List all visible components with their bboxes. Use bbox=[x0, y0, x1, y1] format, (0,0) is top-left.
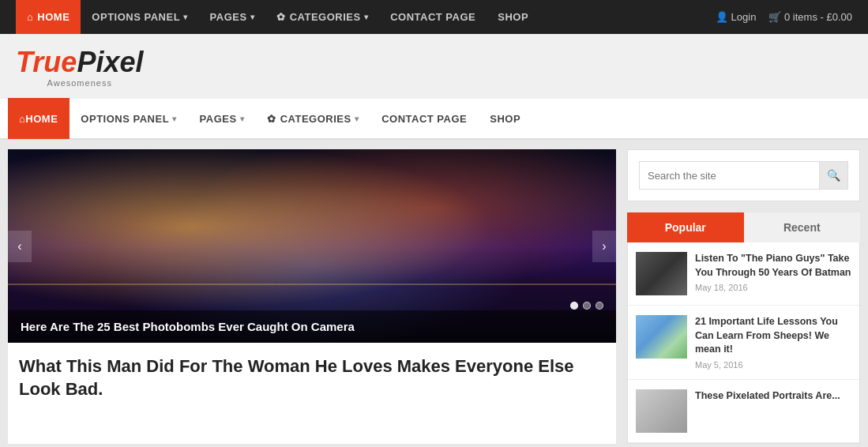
logo-area: TruePixel Awesomeness bbox=[0, 34, 868, 99]
main-nav-shop[interactable]: SHOP bbox=[479, 98, 532, 139]
home-icon: ⌂ bbox=[27, 11, 33, 23]
cart-link[interactable]: 🛒 0 items - £0.00 bbox=[768, 11, 852, 23]
slider-dot[interactable] bbox=[570, 302, 578, 310]
article-title[interactable]: What This Man Did For The Woman He Loves… bbox=[19, 355, 605, 400]
top-navigation: ⌂ HOME OPTIONS PANEL ▾ PAGES ▾ ✿ CATEGOR… bbox=[0, 0, 868, 34]
article-thumbnail bbox=[636, 252, 687, 295]
list-item: 21 Important Life Lessons You Can Learn … bbox=[628, 306, 859, 380]
article-item-title[interactable]: These Pixelated Portraits Are... bbox=[695, 389, 851, 404]
slider-prev-button[interactable]: ‹ bbox=[8, 231, 32, 262]
top-nav-right: 👤 Login 🛒 0 items - £0.00 bbox=[716, 11, 852, 23]
list-item: These Pixelated Portraits Are... bbox=[628, 380, 859, 443]
login-label: Login bbox=[731, 11, 757, 23]
top-nav-categories[interactable]: ✿ CATEGORIES ▾ bbox=[265, 0, 379, 34]
article-info: 21 Important Life Lessons You Can Learn … bbox=[695, 315, 851, 370]
article-thumbnail bbox=[636, 315, 687, 359]
tab-popular[interactable]: Popular bbox=[627, 212, 744, 242]
article-date: May 18, 2016 bbox=[695, 283, 851, 292]
top-nav-contact[interactable]: CONTACT PAGE bbox=[379, 0, 487, 34]
main-nav-home[interactable]: ⌂ HOME bbox=[8, 98, 70, 139]
chevron-down-icon: ▾ bbox=[355, 115, 359, 123]
article-title-area: What This Man Did For The Woman He Loves… bbox=[8, 343, 616, 408]
content-wrapper: ‹ › Here Are The 25 Best Photobombs Ever… bbox=[0, 140, 868, 447]
chevron-down-icon: ▾ bbox=[364, 13, 369, 21]
logo-pixel: Pixel bbox=[77, 46, 143, 78]
search-button[interactable]: 🔍 bbox=[820, 161, 848, 190]
top-nav-home-label: HOME bbox=[37, 11, 70, 23]
top-nav-shop-label: SHOP bbox=[498, 11, 528, 23]
top-nav-options-label: OPTIONS PANEL bbox=[92, 11, 180, 23]
cart-label: 0 items - £0.00 bbox=[784, 11, 852, 23]
tab-recent[interactable]: Recent bbox=[744, 212, 861, 242]
article-item-title[interactable]: Listen To "The Piano Guys" Take You Thro… bbox=[695, 252, 851, 280]
top-nav-items: ⌂ HOME OPTIONS PANEL ▾ PAGES ▾ ✿ CATEGOR… bbox=[16, 0, 716, 34]
main-nav-options[interactable]: OPTIONS PANEL ▾ bbox=[70, 98, 188, 139]
slider-next-button[interactable]: › bbox=[592, 231, 616, 262]
slider-caption-text: Here Are The 25 Best Photobombs Ever Cau… bbox=[21, 320, 355, 333]
top-nav-categories-label: CATEGORIES bbox=[290, 11, 361, 23]
list-item: Listen To "The Piano Guys" Take You Thro… bbox=[628, 242, 859, 306]
top-nav-options[interactable]: OPTIONS PANEL ▾ bbox=[81, 0, 198, 34]
leaf-icon: ✿ bbox=[267, 113, 276, 125]
main-nav-categories[interactable]: ✿ CATEGORIES ▾ bbox=[256, 98, 370, 139]
main-nav-pages[interactable]: PAGES ▾ bbox=[189, 98, 257, 139]
main-nav-categories-label: CATEGORIES bbox=[280, 113, 351, 125]
sidebar: 🔍 Popular Recent Listen To "The Piano Gu… bbox=[627, 149, 860, 444]
main-nav-pages-label: PAGES bbox=[200, 113, 237, 125]
article-info: These Pixelated Portraits Are... bbox=[695, 389, 851, 407]
article-list: Listen To "The Piano Guys" Take You Thro… bbox=[627, 242, 860, 444]
top-nav-contact-label: CONTACT PAGE bbox=[390, 11, 475, 23]
user-icon: 👤 bbox=[716, 11, 728, 23]
top-nav-shop[interactable]: SHOP bbox=[487, 0, 539, 34]
main-navigation: ⌂ HOME OPTIONS PANEL ▾ PAGES ▾ ✿ CATEGOR… bbox=[0, 99, 868, 140]
chevron-down-icon: ▾ bbox=[183, 13, 188, 21]
search-box: 🔍 bbox=[627, 149, 860, 201]
main-content: ‹ › Here Are The 25 Best Photobombs Ever… bbox=[8, 149, 616, 444]
search-input[interactable] bbox=[639, 161, 820, 190]
article-thumbnail bbox=[636, 389, 687, 433]
top-nav-pages[interactable]: PAGES ▾ bbox=[199, 0, 266, 34]
search-icon: 🔍 bbox=[827, 169, 840, 182]
slider-dot[interactable] bbox=[583, 302, 591, 310]
chevron-down-icon: ▾ bbox=[240, 115, 245, 123]
chevron-down-icon: ▾ bbox=[172, 115, 177, 123]
slider-caption: Here Are The 25 Best Photobombs Ever Cau… bbox=[8, 310, 616, 343]
top-nav-home[interactable]: ⌂ HOME bbox=[16, 0, 81, 34]
article-info: Listen To "The Piano Guys" Take You Thro… bbox=[695, 252, 851, 292]
logo-tagline: Awesomeness bbox=[16, 78, 143, 88]
home-icon: ⌂ bbox=[19, 113, 25, 125]
chevron-down-icon: ▾ bbox=[250, 13, 255, 21]
site-logo[interactable]: TruePixel Awesomeness bbox=[16, 48, 143, 88]
main-nav-home-label: HOME bbox=[25, 113, 58, 125]
top-nav-pages-label: PAGES bbox=[210, 11, 247, 23]
logo-true: True bbox=[16, 46, 77, 78]
article-item-title[interactable]: 21 Important Life Lessons You Can Learn … bbox=[695, 315, 851, 357]
main-nav-contact[interactable]: CONTACT PAGE bbox=[370, 98, 479, 139]
cart-icon: 🛒 bbox=[768, 11, 781, 23]
slider-dot[interactable] bbox=[596, 302, 603, 310]
image-slider: ‹ › Here Are The 25 Best Photobombs Ever… bbox=[8, 149, 616, 343]
main-nav-options-label: OPTIONS PANEL bbox=[81, 113, 169, 125]
main-nav-shop-label: SHOP bbox=[490, 113, 520, 125]
slider-dots bbox=[570, 302, 603, 310]
login-link[interactable]: 👤 Login bbox=[716, 11, 756, 23]
tab-bar: Popular Recent bbox=[627, 212, 860, 242]
article-date: May 5, 2016 bbox=[695, 360, 851, 370]
main-nav-contact-label: CONTACT PAGE bbox=[381, 113, 467, 125]
leaf-icon: ✿ bbox=[276, 11, 286, 23]
